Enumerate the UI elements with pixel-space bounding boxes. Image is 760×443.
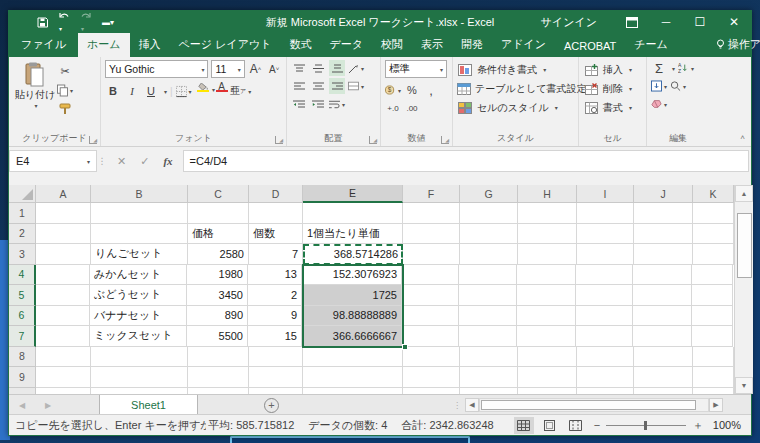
cell-E6[interactable]: 98.88888889 [302, 306, 402, 327]
font-dialog-launcher[interactable] [275, 136, 283, 144]
cell-E2[interactable]: 1個当たり単価 [303, 224, 403, 245]
italic-button[interactable]: I [124, 83, 140, 99]
cell-D8[interactable] [249, 347, 303, 368]
page-layout-view-button[interactable] [540, 417, 560, 434]
cell-I5[interactable] [576, 285, 633, 306]
cell-C9[interactable] [188, 367, 249, 388]
cell-J1[interactable] [634, 203, 693, 224]
fill-handle[interactable] [402, 344, 408, 350]
cell-C8[interactable] [188, 347, 249, 368]
cell-J9[interactable] [634, 367, 693, 388]
cell-C4[interactable]: 1980 [187, 265, 248, 286]
col-header-C[interactable]: C [188, 185, 249, 203]
copy-icon[interactable]: ▾ [57, 82, 73, 98]
cell-D6[interactable]: 9 [248, 306, 302, 327]
wrap-text-icon[interactable]: ▾ [329, 96, 345, 112]
horizontal-scrollbar[interactable]: ⋮ ◀ ▶ [453, 397, 753, 413]
sort-filter-icon[interactable]: AZ▾ [678, 60, 694, 76]
cell-K7[interactable] [692, 326, 733, 347]
cell-H1[interactable] [518, 203, 577, 224]
col-header-D[interactable]: D [249, 185, 303, 203]
col-header-E[interactable]: E [303, 185, 403, 203]
cell-E9[interactable] [303, 367, 403, 388]
cancel-entry-icon[interactable]: ✕ [117, 155, 126, 168]
orientation-icon[interactable]: ▾ [348, 60, 364, 76]
autosum-icon[interactable]: Σ [651, 60, 667, 76]
maximize-button[interactable]: ☐ [683, 11, 717, 33]
row-header-9[interactable]: 9 [9, 367, 36, 388]
align-middle-icon[interactable] [310, 60, 326, 76]
cell-B5[interactable]: ぶどうセット [90, 285, 187, 306]
horizontal-scroll-thumb[interactable] [481, 400, 696, 410]
paste-dropdown-icon[interactable]: ▾ [34, 102, 37, 109]
clipboard-dialog-launcher[interactable] [89, 136, 97, 144]
cell-E4[interactable]: 152.3076923 [302, 265, 402, 286]
zoom-percentage[interactable]: 100% [703, 419, 741, 431]
fill-color-icon[interactable]: ▾ [195, 83, 211, 99]
col-header-H[interactable]: H [518, 185, 577, 203]
cell-B2[interactable] [91, 224, 188, 245]
number-format-select[interactable]: 標準▾ [385, 60, 447, 78]
cell-styles-button[interactable]: セルのスタイル▾ [457, 98, 574, 117]
comma-style-icon[interactable]: , [423, 82, 439, 98]
bold-button[interactable]: B [105, 83, 121, 99]
cell-A2[interactable] [36, 224, 91, 245]
align-right-icon[interactable] [329, 78, 345, 94]
cell-F9[interactable] [403, 367, 460, 388]
paste-button[interactable]: 貼り付け ▾ [13, 60, 57, 117]
decrease-font-icon[interactable]: A˅ [266, 61, 282, 77]
align-center-icon[interactable] [310, 78, 326, 94]
cut-icon[interactable]: ✂ [57, 63, 73, 79]
confirm-entry-icon[interactable]: ✓ [140, 155, 149, 168]
cell-I7[interactable] [576, 326, 633, 347]
cell-I8[interactable] [577, 347, 634, 368]
cell-E7[interactable]: 366.6666667 [302, 326, 402, 347]
row-header-4[interactable]: 4 [9, 265, 36, 286]
vertical-scrollbar[interactable]: ▲ ▼ [734, 185, 753, 394]
row-header-2[interactable]: 2 [9, 224, 36, 245]
cell-F4[interactable] [402, 265, 459, 286]
cell-C3[interactable]: 2580 [188, 244, 249, 265]
collapse-ribbon-icon[interactable]: ˄ [740, 133, 745, 142]
cell-H8[interactable] [518, 347, 577, 368]
cell-H3[interactable] [518, 244, 577, 265]
zoom-out-icon[interactable]: − [594, 419, 600, 431]
cell-H7[interactable] [517, 326, 576, 347]
cell-K6[interactable] [692, 306, 733, 327]
sheet-nav-left-icon[interactable]: ◀ [9, 395, 35, 416]
row-header-3[interactable]: 3 [9, 244, 36, 265]
cell-C5[interactable]: 3450 [187, 285, 248, 306]
percent-icon[interactable]: % [404, 82, 420, 98]
cell-E1[interactable] [303, 203, 403, 224]
cell-D3[interactable]: 7 [249, 244, 303, 265]
merge-center-icon[interactable]: ▾ [348, 78, 364, 94]
col-header-J[interactable]: J [634, 185, 693, 203]
cell-G6[interactable] [459, 306, 517, 327]
cell-H9[interactable] [518, 367, 577, 388]
col-header-I[interactable]: I [577, 185, 634, 203]
scroll-down-icon[interactable]: ▼ [735, 377, 753, 394]
conditional-formatting-button[interactable]: 条件付き書式▾ [457, 60, 574, 79]
normal-view-button[interactable] [514, 417, 534, 434]
underline-button[interactable]: U [143, 83, 159, 99]
insert-cells-button[interactable]: 挿入▾ [583, 60, 642, 79]
font-color-icon[interactable]: A▾ [214, 83, 230, 99]
cell-B1[interactable] [91, 203, 188, 224]
cell-A5[interactable] [36, 285, 90, 306]
cell-I2[interactable] [577, 224, 634, 245]
cell-H4[interactable] [517, 265, 576, 286]
cell-H5[interactable] [517, 285, 576, 306]
cell-K4[interactable] [692, 265, 733, 286]
alignment-dialog-launcher[interactable] [369, 136, 377, 144]
ribbon-display-options-button[interactable] [615, 11, 649, 33]
cell-I4[interactable] [576, 265, 633, 286]
sheet-tab-sheet1[interactable]: Sheet1 [99, 395, 198, 416]
redo-button[interactable]: ▾ [80, 11, 92, 33]
row-header-8[interactable]: 8 [9, 347, 36, 368]
cell-F5[interactable] [402, 285, 459, 306]
ribbon-tab-挿入[interactable]: 挿入 [130, 33, 170, 57]
col-header-B[interactable]: B [91, 185, 188, 203]
ribbon-tab-チーム[interactable]: チーム [625, 33, 677, 57]
cell-D7[interactable]: 15 [248, 326, 302, 347]
cell-D2[interactable]: 個数 [249, 224, 303, 245]
